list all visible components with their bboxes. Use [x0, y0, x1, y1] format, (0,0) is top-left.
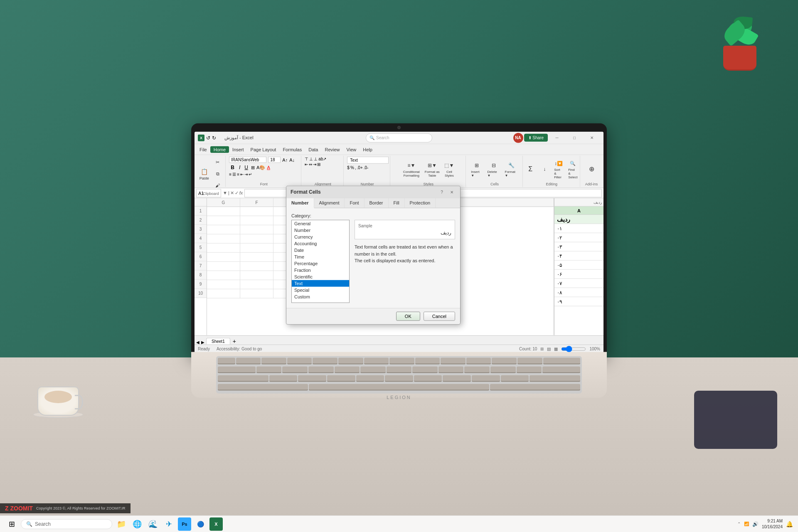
key [236, 358, 261, 365]
taskbar-app-2[interactable]: X [209, 517, 223, 531]
taskbar-chrome[interactable]: 🌐 [131, 517, 144, 531]
dialog-tab-border[interactable]: Border [365, 198, 389, 208]
taskbar-file-explorer[interactable]: 📁 [115, 517, 128, 531]
key [490, 384, 580, 391]
watermark: Z ZOOMIT Copyright 2023 ©, All Rights Re… [0, 503, 131, 513]
key [261, 358, 286, 365]
dialog-help-button[interactable]: ? [438, 189, 446, 195]
dialog-tab-number[interactable]: Number [286, 198, 314, 208]
taskbar-time-display: 9:21 AM [762, 518, 783, 524]
keyboard-row-3 [218, 375, 580, 383]
taskbar-volume-icon[interactable]: 🔊 [752, 521, 759, 527]
dialog-right-content: Sample ردیف Text format cells are treate… [355, 220, 455, 303]
key [364, 358, 389, 365]
windows-start-button[interactable]: ⊞ [5, 517, 18, 531]
key [327, 375, 355, 382]
dialog-buttons: OK Cancel [286, 308, 460, 324]
sample-label: Sample [358, 224, 451, 228]
sample-box: Sample ردیف [355, 220, 455, 239]
dialog-two-column: General Number Currency Accounting Date … [291, 220, 455, 303]
zoomit-logo: Z ZOOMIT [5, 505, 33, 512]
dialog-tabs: Number Alignment Font Border Fill Protec… [286, 198, 460, 208]
category-text[interactable]: Text [292, 280, 349, 287]
category-percentage[interactable]: Percentage [292, 260, 349, 267]
mousepad-decoration [694, 391, 777, 449]
taskbar-network-icon[interactable]: 📶 [744, 522, 749, 526]
laptop-keyboard [216, 356, 582, 394]
key [218, 384, 308, 391]
keyboard-row-4 [218, 384, 580, 392]
taskbar-telegram[interactable]: ✈ [162, 517, 175, 531]
key [218, 358, 235, 365]
category-scientific[interactable]: Scientific [292, 273, 349, 280]
key [218, 367, 256, 373]
key [269, 375, 298, 382]
taskbar-system-tray: ⌃ [737, 522, 741, 526]
key [356, 375, 384, 382]
category-time[interactable]: Time [292, 254, 349, 260]
taskbar-app-1[interactable]: 🔵 [194, 517, 207, 531]
windows-taskbar: ⊞ 🔍 Search 📁 🌐 🌊 ✈ Ps 🔵 X ⌃ 📶 🔊 9:21 AM … [0, 515, 798, 532]
sample-value: ردیف [358, 230, 451, 236]
keyboard-row-1 [218, 358, 580, 366]
dialog-tab-fill[interactable]: Fill [389, 198, 405, 208]
laptop-camera [397, 126, 401, 129]
taskbar-search-text: Search [35, 521, 51, 527]
dialog-tab-alignment[interactable]: Alignment [314, 198, 345, 208]
taskbar-edge[interactable]: 🌊 [146, 517, 160, 531]
taskbar-right: ⌃ 📶 🔊 9:21 AM 10/16/2024 🔔 [737, 518, 793, 530]
key [441, 358, 466, 365]
taskbar-photoshop[interactable]: Ps [178, 517, 191, 531]
plant-decoration [715, 12, 765, 71]
laptop-brand: LEGION [387, 395, 411, 400]
key [313, 358, 337, 365]
key [282, 367, 308, 373]
dialog-title-bar: Format Cells ? ✕ [286, 186, 460, 198]
key [492, 358, 517, 365]
key [542, 367, 580, 373]
ok-button[interactable]: OK [396, 312, 420, 321]
category-fraction[interactable]: Fraction [292, 267, 349, 273]
taskbar-search[interactable]: 🔍 Search [21, 519, 112, 529]
cancel-button[interactable]: Cancel [424, 312, 455, 321]
format-cells-dialog: Format Cells ? ✕ Number Alignment Font B… [286, 186, 461, 325]
taskbar-clock[interactable]: 9:21 AM 10/16/2024 [762, 518, 783, 530]
key [308, 367, 334, 373]
key [412, 367, 438, 373]
dialog-controls: ? ✕ [438, 189, 456, 195]
key [360, 367, 386, 373]
dialog-tab-protection[interactable]: Protection [405, 198, 436, 208]
category-list[interactable]: General Number Currency Accounting Date … [291, 220, 350, 303]
dialog-content: Category: General Number Currency Accoun… [286, 208, 460, 308]
category-date[interactable]: Date [292, 247, 349, 254]
key [466, 358, 491, 365]
category-special[interactable]: Special [292, 287, 349, 293]
category-number[interactable]: Number [292, 227, 349, 234]
dialog-tab-font[interactable]: Font [345, 198, 364, 208]
key [517, 367, 542, 373]
category-custom[interactable]: Custom [292, 293, 349, 300]
screen-bezel: X ↺ ↻ آموزش - Excel 🔍 Search NA [191, 123, 607, 356]
key [530, 375, 580, 382]
key [501, 375, 529, 382]
keyboard-row-2 [218, 367, 580, 374]
category-accounting[interactable]: Accounting [292, 240, 349, 247]
category-label: Category: [291, 213, 455, 218]
key [385, 375, 413, 382]
format-description: Text format cells are treated as text ev… [355, 244, 455, 264]
screen-content: X ↺ ↻ آموزش - Excel 🔍 Search NA [195, 132, 603, 353]
key [287, 358, 312, 365]
dialog-close-button[interactable]: ✕ [448, 189, 456, 195]
key [438, 367, 464, 373]
copyright-text: Copyright 2023 ©, All Rights Reserved fo… [36, 506, 126, 510]
teacup-decoration [33, 374, 83, 416]
key [517, 358, 542, 365]
key [490, 367, 516, 373]
key [387, 367, 412, 373]
laptop-keyboard-area: LEGION [191, 352, 607, 398]
taskbar-notification-icon[interactable]: 🔔 [786, 521, 793, 527]
key [415, 358, 440, 365]
taskbar-search-icon: 🔍 [26, 521, 32, 527]
category-currency[interactable]: Currency [292, 234, 349, 240]
category-general[interactable]: General [292, 220, 349, 227]
